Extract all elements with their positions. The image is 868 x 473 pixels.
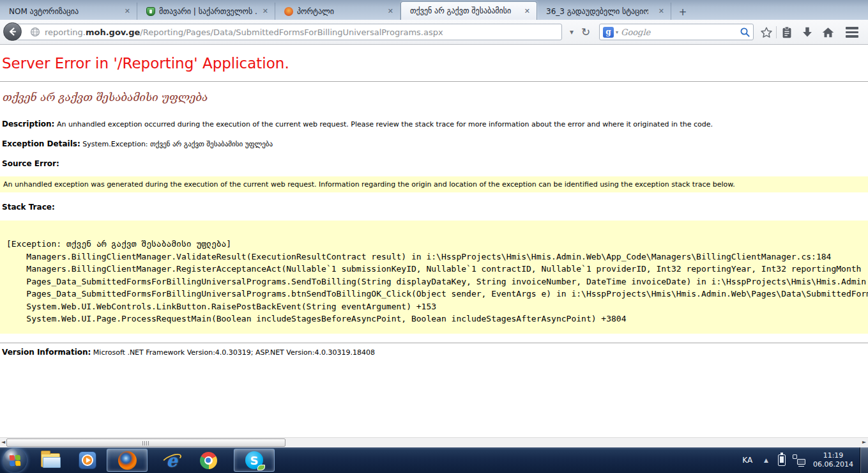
- bookmark-star-icon[interactable]: [758, 24, 775, 40]
- url-path: /Reporting/Pages/Data/SubmittedFormsForB…: [140, 27, 443, 37]
- tab-bar: NOM ავტორიზაცია ✕ მთავარი | საქართველოს …: [0, 0, 868, 20]
- scrollbar-grip-icon: [142, 441, 150, 446]
- close-icon[interactable]: ✕: [261, 7, 270, 15]
- tab-36-3-stationary[interactable]: 36_3 გადაუდებელი სტაციონა... ✕: [537, 3, 671, 20]
- error-page-title: Server Error in '/Reporting' Application…: [2, 55, 289, 72]
- url-text: reporting.moh.gov.ge/Reporting/Pages/Dat…: [45, 27, 443, 37]
- description-text: An unhandled exception occurred during t…: [57, 120, 713, 128]
- divider: [0, 343, 868, 343]
- source-error-box: An unhandled exception was generated dur…: [0, 176, 868, 192]
- reload-icon[interactable]: ↻: [579, 25, 593, 39]
- scroll-right-arrow-icon[interactable]: ►: [861, 439, 867, 445]
- exception-details-text: System.Exception: თქვენ არ გაქვთ შესაბამ…: [82, 140, 273, 148]
- internet-explorer-icon: e: [162, 451, 181, 470]
- clock-date: 06.06.2014: [813, 460, 853, 469]
- language-indicator[interactable]: KA: [736, 456, 759, 465]
- exception-details-label: Exception Details:: [2, 139, 80, 148]
- tab-label: 36_3 გადაუდებელი სტაციონა...: [546, 7, 648, 16]
- taskbar-firefox-button[interactable]: [107, 449, 148, 472]
- stack-trace-box: [Exception: თქვენ არ გაქვთ შესაბამისი უფ…: [0, 221, 868, 334]
- stack-line: Managers.BillingClientManager.ValidateRe…: [6, 251, 868, 263]
- tab-error-active[interactable]: თქვენ არ გაქვთ შესაბამისი უ... ✕: [400, 1, 537, 20]
- scroll-left-arrow-icon[interactable]: ◄: [0, 439, 6, 445]
- system-tray: KA ▲ 11:19 06.06.2014: [736, 447, 868, 473]
- stack-line: Managers.BillingClientManager.RegisterAc…: [6, 263, 868, 275]
- show-desktop-button[interactable]: [860, 447, 868, 473]
- stack-line: System.Web.UI.WebControls.LinkButton.Rai…: [6, 300, 868, 313]
- battery-icon[interactable]: [778, 454, 786, 466]
- tab-label: მთავარი | საქართველოს ...: [159, 7, 257, 16]
- stack-line: Pages_Data_SubmittedFormsForBillingUnive…: [6, 288, 868, 300]
- version-text: Microsoft .NET Framework Version:4.0.303…: [93, 348, 375, 357]
- search-engine-dropdown-icon[interactable]: ▾: [616, 29, 618, 35]
- scrollbar-thumb[interactable]: [6, 438, 286, 447]
- exception-details-paragraph: Exception Details: System.Exception: თქვ…: [2, 139, 273, 148]
- windows-explorer-icon: [41, 453, 60, 467]
- clock-time: 11:19: [813, 451, 853, 460]
- tab-nom-authorization[interactable]: NOM ავტორიზაცია ✕: [0, 3, 137, 20]
- back-button[interactable]: [3, 22, 22, 41]
- tab-label: პორტალი: [297, 7, 334, 16]
- new-tab-button[interactable]: +: [674, 4, 692, 20]
- home-icon[interactable]: [819, 24, 837, 40]
- close-icon[interactable]: ✕: [657, 7, 666, 15]
- stack-line: [Exception: თქვენ არ გაქვთ შესაბამისი უფ…: [6, 238, 868, 251]
- page-content: Server Error in '/Reporting' Application…: [0, 45, 868, 437]
- media-player-icon: [79, 451, 96, 469]
- navigation-toolbar: reporting.moh.gov.ge/Reporting/Pages/Dat…: [0, 20, 868, 45]
- clock[interactable]: 11:19 06.06.2014: [811, 451, 860, 469]
- taskbar-internet-explorer-button[interactable]: e: [155, 449, 188, 472]
- search-input[interactable]: [621, 27, 740, 37]
- taskbar-media-player-button[interactable]: [72, 449, 103, 472]
- error-subtitle: თქვენ არ გაქვთ შესაბამისი უფლება: [2, 91, 207, 104]
- description-label: Description:: [2, 120, 54, 128]
- search-icon[interactable]: [740, 27, 750, 38]
- taskbar-windows-explorer-button[interactable]: [35, 449, 66, 472]
- url-bar[interactable]: reporting.moh.gov.ge/Reporting/Pages/Dat…: [14, 24, 562, 40]
- downloads-icon[interactable]: [798, 24, 816, 40]
- tab-label: თქვენ არ გაქვთ შესაბამისი უ...: [410, 6, 512, 15]
- google-logo-icon[interactable]: g: [603, 27, 614, 38]
- firefox-icon: [118, 451, 137, 470]
- description-paragraph: Description: An unhandled exception occu…: [2, 120, 713, 128]
- close-icon[interactable]: ✕: [523, 7, 531, 15]
- skype-icon: S: [245, 451, 263, 469]
- urlbar-dropdown-icon[interactable]: ▾: [566, 25, 577, 39]
- taskbar-chrome-button[interactable]: [192, 449, 225, 472]
- bookmarks-menu-icon[interactable]: [778, 24, 796, 40]
- show-hidden-icons-arrow[interactable]: ▲: [759, 457, 773, 463]
- tab-label: NOM ავტორიზაცია: [9, 7, 79, 16]
- version-label: Version Information:: [2, 348, 91, 357]
- close-icon[interactable]: ✕: [386, 7, 395, 15]
- taskbar-skype-button[interactable]: S: [234, 449, 275, 472]
- network-icon[interactable]: [793, 454, 805, 467]
- globe-icon: [30, 27, 40, 37]
- tab-home-georgia[interactable]: მთავარი | საქართველოს ... ✕: [137, 3, 275, 20]
- shield-icon: [146, 7, 155, 16]
- close-icon[interactable]: ✕: [123, 7, 132, 15]
- windows-logo-icon: [9, 454, 20, 466]
- portal-icon: [284, 7, 293, 16]
- menu-hamburger-icon[interactable]: [841, 24, 863, 40]
- stack-trace-heading: Stack Trace:: [2, 203, 55, 212]
- version-information: Version Information: Microsoft .NET Fram…: [2, 348, 375, 357]
- tab-portal[interactable]: პორტალი ✕: [275, 3, 400, 20]
- source-error-text: An unhandled exception was generated dur…: [3, 180, 735, 189]
- url-domain: moh.gov.ge: [86, 27, 140, 37]
- url-prefix: reporting.: [45, 27, 86, 37]
- chrome-icon: [200, 452, 217, 469]
- divider: [0, 81, 868, 82]
- stack-line: Pages_Data_SubmittedFormsForBillingUnive…: [6, 275, 868, 288]
- browser-window: NOM ავტორიზაცია ✕ მთავარი | საქართველოს …: [0, 0, 868, 473]
- taskbar: e S KA ▲ 11:19 06.06.2014: [0, 447, 868, 473]
- start-button[interactable]: [3, 448, 27, 472]
- search-bar[interactable]: g ▾: [599, 24, 754, 40]
- stack-line: System.Web.UI.Page.ProcessRequestMain(Bo…: [6, 313, 868, 325]
- toolbar-divider: [776, 26, 777, 38]
- source-error-heading: Source Error:: [2, 159, 59, 168]
- horizontal-scrollbar[interactable]: ◄ ►: [0, 437, 868, 447]
